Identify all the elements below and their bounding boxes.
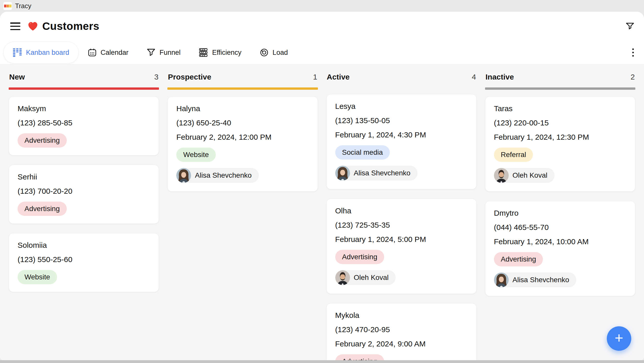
source-tag: Referral [494, 148, 533, 162]
customer-name: Dmytro [494, 209, 626, 217]
column-title: Prospective [168, 73, 211, 81]
horizontal-scrollbar[interactable] [0, 360, 644, 363]
add-customer-button[interactable]: + [607, 326, 631, 351]
customer-name: Solomiia [18, 241, 150, 250]
customer-phone: (123) 550-25-60 [18, 255, 150, 264]
assignee-chip: Alisa Shevchenko [176, 168, 259, 183]
customer-phone: (044) 465-55-70 [494, 223, 626, 232]
customer-name: Halyna [176, 104, 309, 113]
customer-phone: (123) 470-20-95 [335, 325, 468, 334]
customer-card[interactable]: Dmytro (044) 465-55-70 February 1, 2024,… [485, 201, 635, 296]
assignee-chip: Oleh Koval [494, 168, 555, 183]
assignee-avatar [494, 273, 509, 287]
customer-name: Taras [494, 104, 626, 113]
customer-phone: (123) 725-35-35 [335, 221, 468, 229]
kebab-menu-icon[interactable] [632, 48, 634, 57]
column-count: 4 [472, 73, 476, 81]
kanban-column-prospective: Prospective 1 Halyna (123) 650-25-40 Feb… [167, 72, 318, 360]
customer-card[interactable]: Taras (123) 220-00-15 February 1, 2024, … [485, 96, 635, 192]
browser-titlebar: Tracy [0, 0, 644, 12]
customer-card[interactable]: Lesya (123) 135-50-05 February 1, 2024, … [326, 94, 477, 189]
customer-phone: (123) 285-50-85 [18, 119, 150, 127]
assignee-name: Alisa Shevchenko [354, 169, 411, 177]
column-color-bar [9, 87, 159, 90]
customer-card[interactable]: Halyna (123) 650-25-40 February 2, 2024,… [167, 96, 318, 192]
column-count: 1 [313, 73, 317, 81]
heart-icon [28, 21, 38, 31]
customer-phone: (123) 700-20-20 [18, 187, 150, 196]
customer-card[interactable]: Olha (123) 725-35-35 February 1, 2024, 5… [326, 199, 477, 294]
load-icon [260, 48, 269, 57]
assignee-avatar [494, 168, 509, 183]
source-tag: Website [176, 148, 216, 162]
view-tabs: Kanban board Calendar Funnel Efficiency … [0, 41, 644, 64]
customer-phone: (123) 650-25-40 [176, 119, 309, 127]
kanban-board: New 3 Maksym (123) 285-50-85 Advertising… [0, 64, 644, 360]
funnel-icon [147, 48, 155, 57]
hamburger-menu-button[interactable] [10, 22, 20, 30]
column-title: Inactive [486, 73, 514, 81]
column-title: New [9, 73, 25, 81]
source-tag: Advertising [335, 354, 384, 360]
assignee-chip: Alisa Shevchenko [494, 273, 576, 287]
assignee-avatar [176, 168, 191, 183]
customer-datetime: February 1, 2024, 10:00 AM [494, 237, 626, 246]
kanban-column-active: Active 4 Lesya (123) 135-50-05 February … [326, 72, 477, 360]
efficiency-icon [199, 48, 208, 57]
customer-datetime: February 1, 2024, 12:30 PM [494, 133, 626, 141]
source-tag: Advertising [18, 202, 67, 216]
customer-card[interactable]: Serhii (123) 700-20-20 Advertising [9, 165, 159, 224]
app-name: Tracy [15, 2, 31, 10]
column-title: Active [327, 73, 350, 81]
column-color-bar [485, 87, 635, 90]
customer-card[interactable]: Mykola (123) 470-20-95 February 2, 2024,… [326, 303, 477, 360]
kanban-icon [13, 48, 22, 57]
assignee-avatar [335, 270, 350, 285]
assignee-name: Alisa Shevchenko [513, 276, 569, 284]
customer-phone: (123) 135-50-05 [335, 116, 468, 125]
customer-datetime: February 2, 2024, 12:00 PM [176, 133, 309, 141]
page-title: Customers [42, 20, 99, 32]
customer-name: Serhii [18, 173, 150, 181]
customer-card[interactable]: Solomiia (123) 550-25-60 Website [9, 233, 159, 292]
customer-name: Mykola [335, 311, 468, 320]
assignee-chip: Oleh Koval [335, 270, 396, 285]
app-window: Customers Kanban board Calendar Funnel E… [0, 12, 644, 360]
source-tag: Advertising [335, 250, 384, 264]
source-tag: Advertising [18, 133, 67, 148]
assignee-name: Oleh Koval [354, 274, 389, 282]
customer-datetime: February 2, 2024, 9:00 AM [335, 340, 468, 348]
assignee-name: Oleh Koval [513, 171, 547, 179]
tab-efficiency[interactable]: Efficiency [190, 42, 251, 63]
customer-name: Lesya [335, 102, 468, 111]
customer-name: Maksym [18, 104, 150, 113]
source-tag: Advertising [494, 252, 543, 266]
customer-datetime: February 1, 2024, 4:30 PM [335, 131, 468, 139]
page-header: Customers [0, 12, 644, 41]
column-count: 2 [630, 73, 635, 81]
column-color-bar [167, 87, 318, 90]
customer-datetime: February 1, 2024, 5:00 PM [335, 235, 468, 244]
assignee-chip: Alisa Shevchenko [335, 166, 418, 180]
assignee-name: Alisa Shevchenko [195, 171, 252, 179]
tab-kanban[interactable]: Kanban board [3, 42, 79, 63]
calendar-icon [88, 48, 97, 57]
customer-phone: (123) 220-00-15 [494, 119, 626, 127]
kanban-column-inactive: Inactive 2 Taras (123) 220-00-15 Februar… [485, 72, 635, 360]
column-count: 3 [154, 73, 159, 81]
customer-card[interactable]: Maksym (123) 285-50-85 Advertising [9, 96, 159, 155]
tab-funnel[interactable]: Funnel [138, 42, 190, 63]
assignee-avatar [335, 166, 350, 180]
source-tag: Website [18, 270, 57, 284]
tab-calendar[interactable]: Calendar [79, 42, 138, 63]
app-logo [3, 2, 12, 10]
source-tag: Social media [335, 145, 390, 160]
customer-name: Olha [335, 206, 468, 215]
tab-load[interactable]: Load [251, 42, 297, 63]
filter-icon[interactable] [626, 22, 634, 31]
kanban-column-new: New 3 Maksym (123) 285-50-85 Advertising… [9, 72, 159, 360]
